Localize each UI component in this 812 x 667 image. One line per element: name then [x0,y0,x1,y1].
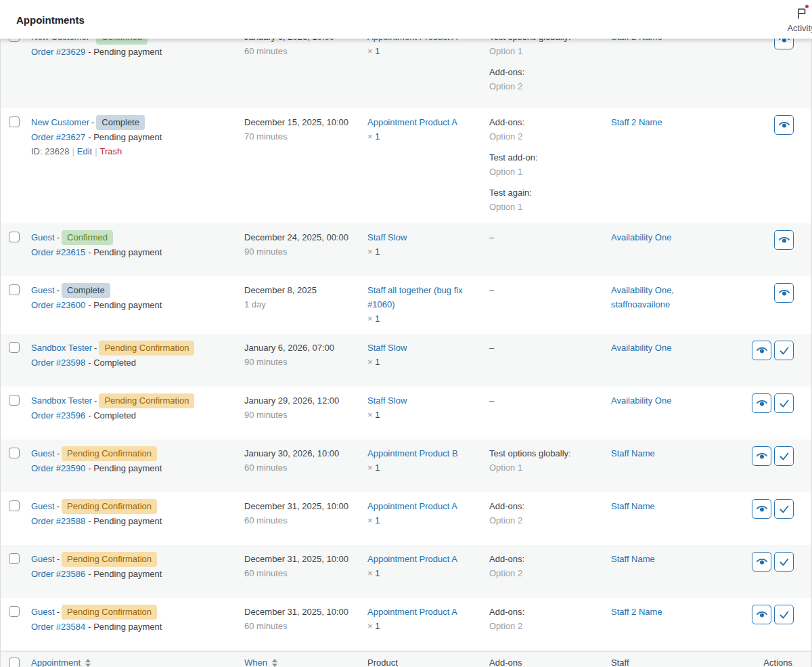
appointment-date: January 30, 2026, 10:00 [244,446,354,460]
select-all-checkbox[interactable] [9,658,20,667]
customer-link[interactable]: Guest [31,554,55,564]
order-link[interactable]: Order #23596 [31,410,85,421]
order-link[interactable]: Order #23598 [31,358,85,368]
actions-cell [745,108,811,135]
actions-cell [745,276,811,303]
sort-arrows-icon [272,659,277,667]
customer-link[interactable]: Guest [31,448,55,458]
product-link[interactable]: Appointment Product A [367,607,457,617]
confirm-appointment-button[interactable] [774,605,794,624]
addon-label: Test options globally: [489,446,597,460]
confirm-appointment-button[interactable] [774,552,794,572]
customer-link[interactable]: Sandbox Tester [31,343,92,353]
status-badge: Complete [62,283,110,298]
confirm-appointment-button[interactable] [774,446,794,466]
sort-by-appointment[interactable]: Appointment [31,658,91,667]
view-appointment-button[interactable] [774,283,794,303]
when-cell: December 8, 2025 1 day [244,276,367,320]
view-appointment-button[interactable] [752,341,771,360]
table-row: Guest-Pending Confirmation Order #23584-… [1,598,811,651]
order-link[interactable]: Order #23584 [31,622,85,632]
customer-link[interactable]: New Customer [31,117,89,127]
product-link[interactable]: Staff all together (bug fix #1060) [367,285,463,309]
status-badge: Complete [96,115,145,130]
product-link[interactable]: Appointment Product A [367,554,457,564]
row-checkbox[interactable] [9,500,20,511]
table-row: Sandbox Tester-Pending Confirmation Orde… [1,334,811,387]
order-link[interactable]: Order #23615 [31,247,85,257]
addon-group: Test add-on:Option 1 [489,150,597,179]
appointment-cell: Guest-Complete Order #23600- Pending pay… [31,276,244,320]
staff-link[interactable]: Availability One [611,343,671,353]
view-appointment-button[interactable] [752,499,771,519]
row-checkbox[interactable] [9,342,20,353]
staff-link[interactable]: Availability One, staffnoavailone [611,285,674,309]
edit-link[interactable]: Edit [77,146,92,156]
row-checkbox[interactable] [9,116,20,127]
staff-link[interactable]: Staff 2 Name [611,607,662,617]
confirm-appointment-button[interactable] [774,341,794,360]
view-appointment-button[interactable] [774,115,794,135]
row-checkbox[interactable] [9,606,20,617]
product-link[interactable]: Appointment Product A [367,501,457,511]
staff-link[interactable]: Staff Name [611,448,655,458]
page-title: Appointments [16,14,85,25]
row-checkbox[interactable] [9,553,20,564]
addon-label: Add-ons: [489,115,597,129]
order-link[interactable]: Order #23600 [31,300,85,310]
row-checkbox[interactable] [9,395,20,406]
qty-mark: × [367,46,373,56]
addon-label: Add-ons: [489,499,597,513]
customer-link[interactable]: Guest [31,607,55,617]
confirm-appointment-button[interactable] [774,393,794,413]
staff-link[interactable]: Availability One [611,395,671,406]
customer-link[interactable]: Sandbox Tester [31,395,92,406]
view-appointment-button[interactable] [752,446,771,466]
order-status-text: - Pending payment [88,569,162,579]
row-checkbox[interactable] [9,232,20,242]
staff-link[interactable]: Staff Name [611,501,655,511]
view-appointment-button[interactable] [752,393,771,413]
product-link[interactable]: Staff Slow [367,232,407,242]
when-cell: January 6, 2026, 07:00 90 minutes [244,334,367,377]
appointment-date: December 31, 2025, 10:00 [244,499,354,513]
customer-link[interactable]: Guest [31,232,55,242]
row-checkbox-cell [1,223,31,246]
appointment-cell: Guest-Pending Confirmation Order #23590-… [31,439,244,483]
sort-by-when[interactable]: When [244,658,277,667]
order-link[interactable]: Order #23629 [31,47,85,57]
view-appointment-button[interactable] [774,230,794,250]
product-link[interactable]: Appointment Product B [367,448,458,458]
staff-link[interactable]: Staff Name [611,554,655,564]
activity-panel-button[interactable]: Activity [782,5,812,33]
row-checkbox[interactable] [9,448,20,458]
table-row: Guest-Confirmed Order #23615- Pending pa… [1,223,811,276]
customer-link[interactable]: Guest [31,285,55,295]
product-link[interactable]: Staff Slow [367,343,407,353]
order-link[interactable]: Order #23590 [31,463,85,473]
customer-link[interactable]: Guest [31,501,55,511]
when-cell: December 31, 2025, 10:00 60 minutes [244,598,367,641]
quantity-line: × 1 [367,460,476,475]
confirm-appointment-button[interactable] [774,499,794,519]
order-status-text: - Pending payment [88,132,162,142]
product-cell: Staff Slow × 1 [367,387,489,430]
view-appointment-button[interactable] [752,605,771,624]
addons-empty-dash: – [489,283,597,297]
appointment-cell: New Customer-Complete Order #23627- Pend… [31,108,244,167]
view-appointment-button[interactable] [752,552,771,572]
staff-link[interactable]: Staff 2 Name [611,117,662,127]
product-link[interactable]: Appointment Product A [367,117,457,127]
product-link[interactable]: Staff Slow [367,395,407,406]
staff-link[interactable]: Availability One [611,232,671,242]
qty-number: 1 [375,46,380,56]
order-link[interactable]: Order #23588 [31,516,85,526]
order-status-text: - Pending payment [88,622,162,632]
product-cell: Appointment Product A × 1 [367,492,489,536]
order-link[interactable]: Order #23627 [31,132,85,142]
actions-cell [745,334,811,360]
order-link[interactable]: Order #23586 [31,569,85,579]
trash-link[interactable]: Trash [100,146,122,156]
order-status-text: - Completed [88,358,136,368]
row-checkbox[interactable] [9,284,20,295]
